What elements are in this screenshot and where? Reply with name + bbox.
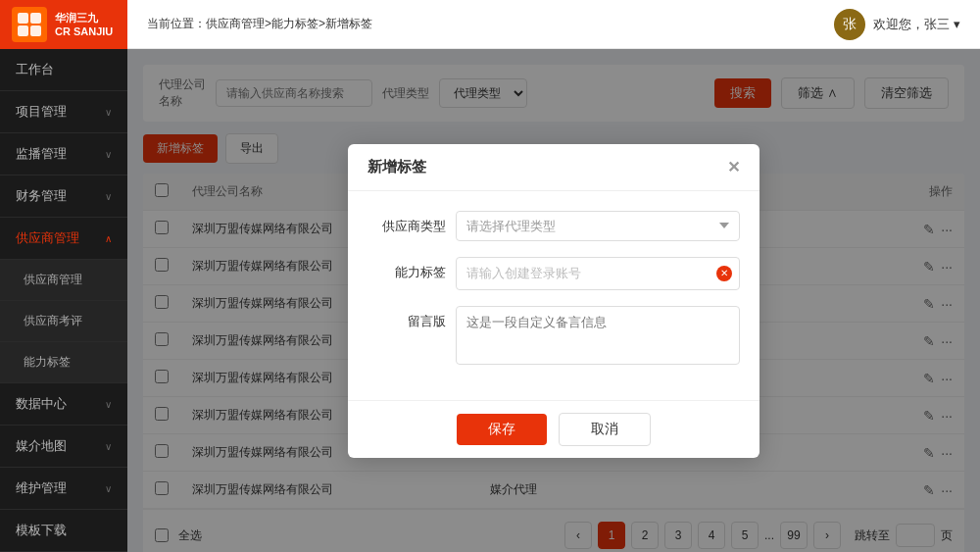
svg-rect-2 xyxy=(18,25,28,36)
sidebar-item-data[interactable]: 数据中心 ∨ xyxy=(0,383,127,426)
chevron-icon: ∨ xyxy=(105,483,112,494)
modal-header: 新增标签 ✕ xyxy=(348,144,760,191)
sidebar-item-supplier[interactable]: 供应商管理 ∧ xyxy=(0,218,127,260)
main-area: 当前位置：供应商管理>能力标签>新增标签 张 欢迎您，张三 ▾ 代理公司 名称 … xyxy=(127,0,980,552)
tag-input-inner[interactable]: 请输入创建登录账号 xyxy=(456,257,740,290)
supplier-type-label: 供应商类型 xyxy=(368,211,446,235)
supplier-type-select[interactable]: 请选择代理类型 xyxy=(456,211,740,241)
page-header: 当前位置：供应商管理>能力标签>新增标签 张 欢迎您，张三 ▾ xyxy=(127,0,980,49)
sidebar-item-supplier-eval[interactable]: 供应商考评 xyxy=(0,301,127,342)
chevron-icon: ∨ xyxy=(105,107,112,118)
chevron-icon: ∨ xyxy=(105,399,112,410)
sidebar-item-project[interactable]: 项目管理 ∨ xyxy=(0,91,127,133)
tag-placeholder: 请输入创建登录账号 xyxy=(466,265,581,282)
note-label: 留言版 xyxy=(368,306,446,330)
modal-title: 新增标签 xyxy=(368,158,426,176)
cancel-button[interactable]: 取消 xyxy=(559,413,651,446)
sidebar-item-maintain[interactable]: 维护管理 ∨ xyxy=(0,468,127,510)
chevron-icon: ∨ xyxy=(105,191,112,202)
modal-body: 供应商类型 请选择代理类型 能力标签 请输入创建登录账号 ✕ xyxy=(348,191,760,400)
svg-rect-1 xyxy=(30,13,41,24)
tag-clear-btn[interactable]: ✕ xyxy=(716,266,732,281)
content-area: 代理公司 名称 代理类型 代理类型 搜索 筛选 ∧ 清空筛选 新增标签 导出 代… xyxy=(127,49,980,552)
capability-tag-row: 能力标签 请输入创建登录账号 ✕ xyxy=(368,257,740,290)
sidebar-item-template[interactable]: 模板下载 xyxy=(0,510,127,552)
logo-icon xyxy=(12,7,47,42)
sidebar-item-workbench[interactable]: 工作台 xyxy=(0,49,127,91)
add-tag-modal: 新增标签 ✕ 供应商类型 请选择代理类型 能力标签 xyxy=(348,144,760,458)
modal-overlay: 新增标签 ✕ 供应商类型 请选择代理类型 能力标签 xyxy=(127,49,980,552)
chevron-icon: ∧ xyxy=(105,233,112,244)
tag-input-wrap: 请输入创建登录账号 ✕ xyxy=(456,257,740,290)
supplier-type-row: 供应商类型 请选择代理类型 xyxy=(368,211,740,241)
sidebar-item-media-map[interactable]: 媒介地图 ∨ xyxy=(0,426,127,468)
sidebar: 华润三九 CR SANJIU 工作台 项目管理 ∨ 监播管理 ∨ 财务管理 ∨ … xyxy=(0,0,127,552)
note-row: 留言版 xyxy=(368,306,740,365)
sidebar-item-monitor[interactable]: 监播管理 ∨ xyxy=(0,133,127,176)
chevron-icon: ∨ xyxy=(105,441,112,452)
app-logo: 华润三九 CR SANJIU xyxy=(0,0,127,49)
modal-close-btn[interactable]: ✕ xyxy=(727,158,740,176)
note-textarea[interactable] xyxy=(456,306,740,365)
modal-footer: 保存 取消 xyxy=(348,400,760,458)
sidebar-item-capability-tag[interactable]: 能力标签 xyxy=(0,342,127,383)
save-button[interactable]: 保存 xyxy=(457,414,547,445)
avatar: 张 xyxy=(834,9,865,40)
sidebar-item-supplier-manage[interactable]: 供应商管理 xyxy=(0,260,127,301)
user-info[interactable]: 张 欢迎您，张三 ▾ xyxy=(834,9,960,40)
sidebar-item-finance[interactable]: 财务管理 ∨ xyxy=(0,176,127,218)
capability-tag-label: 能力标签 xyxy=(368,257,446,281)
chevron-icon: ∨ xyxy=(105,149,112,160)
logo-text: 华润三九 CR SANJIU xyxy=(55,11,113,39)
svg-rect-3 xyxy=(30,25,41,36)
svg-rect-0 xyxy=(18,13,28,24)
breadcrumb: 当前位置：供应商管理>能力标签>新增标签 xyxy=(147,16,372,32)
